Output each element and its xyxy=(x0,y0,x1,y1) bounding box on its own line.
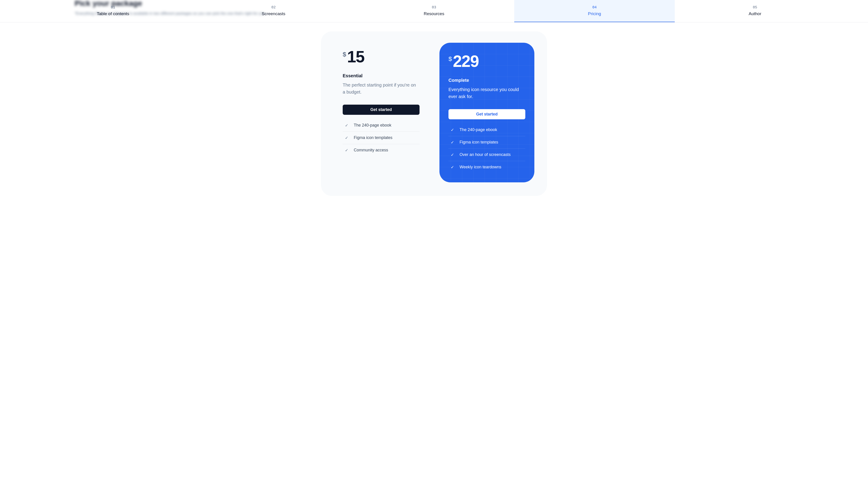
nav-label: Resources xyxy=(354,11,514,16)
feature-item: ✓ Weekly icon teardowns xyxy=(448,161,525,173)
feature-text: Over an hour of screencasts xyxy=(460,152,510,157)
features-list: ✓ The 240-page ebook ✓ Figma icon templa… xyxy=(448,127,525,173)
plan-description: Everything icon resource you could ever … xyxy=(448,86,525,100)
check-icon: ✓ xyxy=(343,135,348,140)
nav-item-author[interactable]: 05 Author xyxy=(675,0,835,22)
plan-essential: $ 15 Essential The perfect starting poin… xyxy=(334,50,429,182)
price-value: 15 xyxy=(347,50,364,64)
price-row: $ 15 xyxy=(343,50,420,64)
feature-text: Weekly icon teardowns xyxy=(460,165,501,169)
feature-item: ✓ Over an hour of screencasts xyxy=(448,149,525,161)
get-started-button[interactable]: Get started xyxy=(343,105,420,115)
nav-label: Screencasts xyxy=(193,11,354,16)
feature-item: ✓ The 240-page ebook xyxy=(343,123,420,131)
check-icon: ✓ xyxy=(448,152,454,157)
plan-complete: $ 229 Complete Everything icon resource … xyxy=(439,43,534,182)
feature-item: ✓ Figma icon templates xyxy=(343,131,420,144)
plan-description: The perfect starting point if you're on … xyxy=(343,82,420,96)
feature-text: The 240-page ebook xyxy=(354,123,391,128)
plan-name: Complete xyxy=(448,78,525,83)
nav-number: 04 xyxy=(514,5,675,9)
price-value: 229 xyxy=(453,54,479,69)
price-row: $ 229 xyxy=(448,54,525,69)
feature-text: Figma icon templates xyxy=(354,135,393,140)
nav-number: 05 xyxy=(675,5,835,9)
check-icon: ✓ xyxy=(343,123,348,128)
feature-text: Community access xyxy=(354,148,388,153)
features-list: ✓ The 240-page ebook ✓ Figma icon templa… xyxy=(343,123,420,156)
currency-symbol: $ xyxy=(343,51,346,58)
nav-number: 03 xyxy=(354,5,514,9)
currency-symbol: $ xyxy=(448,55,452,63)
pricing-section: $ 15 Essential The perfect starting poin… xyxy=(321,31,547,196)
top-nav: 01 Table of contents 02 Screencasts 03 R… xyxy=(0,0,868,22)
plan-name: Essential xyxy=(343,73,420,78)
nav-item-screencasts[interactable]: 02 Screencasts xyxy=(193,0,354,22)
nav-item-table-of-contents[interactable]: 01 Table of contents xyxy=(33,0,193,22)
check-icon: ✓ xyxy=(448,127,454,132)
nav-item-resources[interactable]: 03 Resources xyxy=(354,0,514,22)
check-icon: ✓ xyxy=(448,165,454,170)
nav-label: Table of contents xyxy=(33,11,193,16)
check-icon: ✓ xyxy=(448,140,454,145)
nav-label: Author xyxy=(675,11,835,16)
nav-item-pricing[interactable]: 04 Pricing xyxy=(514,0,675,22)
feature-item: ✓ Community access xyxy=(343,144,420,156)
feature-text: The 240-page ebook xyxy=(460,127,497,132)
feature-text: Figma icon templates xyxy=(460,140,498,144)
nav-number: 01 xyxy=(33,5,193,9)
feature-item: ✓ Figma icon templates xyxy=(448,136,525,149)
feature-item: ✓ The 240-page ebook xyxy=(448,127,525,136)
nav-number: 02 xyxy=(193,5,354,9)
check-icon: ✓ xyxy=(343,148,348,153)
get-started-button[interactable]: Get started xyxy=(448,109,525,119)
nav-label: Pricing xyxy=(514,11,675,16)
